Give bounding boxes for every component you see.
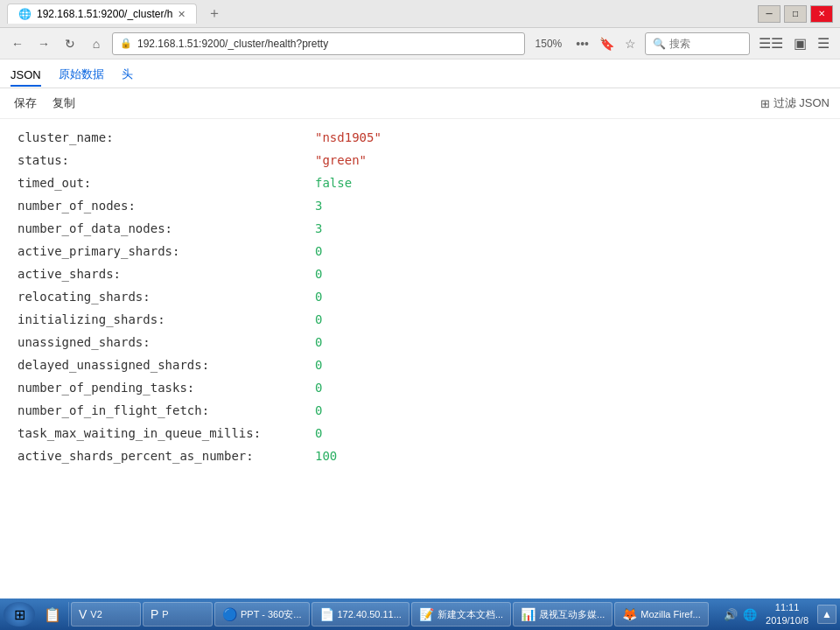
taskbar-item-icon: P xyxy=(150,607,158,621)
json-value: 0 xyxy=(315,331,322,354)
json-key: task_max_waiting_in_queue_millis: xyxy=(18,422,315,444)
search-box[interactable]: 🔍 xyxy=(645,32,750,55)
taskbar-item[interactable]: 🔵PPT - 360安... xyxy=(214,602,310,626)
taskbar-item[interactable]: PP xyxy=(143,602,213,626)
json-row: number_of_nodes:3 xyxy=(18,194,822,217)
json-row: relocating_shards:0 xyxy=(18,285,822,308)
taskbar-item[interactable]: 🦊Mozilla Firef... xyxy=(614,602,708,626)
json-value: 0 xyxy=(315,376,322,399)
taskbar-item-icon: 🔵 xyxy=(222,607,237,621)
tab-headers[interactable]: 头 xyxy=(122,63,133,88)
windows-icon: ⊞ xyxy=(14,606,25,623)
taskbar-item-label: V2 xyxy=(90,609,102,620)
sidebar-panel-button[interactable]: ▣ xyxy=(790,33,810,53)
search-input[interactable] xyxy=(669,38,739,50)
volume-icon[interactable]: 🔊 xyxy=(724,608,738,621)
filter-json-button[interactable]: ⊞ 过滤 JSON xyxy=(760,95,830,111)
taskbar: ⊞ 📋 VV2PP🔵PPT - 360安...📄172.40.50.11...📝… xyxy=(0,598,840,630)
json-key: active_primary_shards: xyxy=(18,240,315,262)
json-row: status:"green" xyxy=(18,149,822,172)
json-row: active_shards_percent_as_number:100 xyxy=(18,444,822,467)
tab-close-button[interactable]: ✕ xyxy=(178,9,186,20)
home-button[interactable]: ⌂ xyxy=(86,33,107,54)
json-row: initializing_shards:0 xyxy=(18,308,822,331)
browser-tab-active[interactable]: 🌐 192.168.1.51:9200/_cluster/h ✕ xyxy=(7,4,197,24)
address-input-box[interactable]: 🔒 192.168.1.51:9200/_cluster/health?pret… xyxy=(112,32,525,55)
more-button[interactable]: ••• xyxy=(572,35,592,52)
json-row: cluster_name:"nsd1905" xyxy=(18,126,822,149)
refresh-button[interactable]: ↻ xyxy=(60,33,80,54)
address-actions: ••• 🔖 ☆ xyxy=(572,35,640,52)
json-key: initializing_shards: xyxy=(18,308,315,331)
forward-button[interactable]: → xyxy=(33,33,54,54)
filter-label: 过滤 JSON xyxy=(774,95,830,111)
tab-json[interactable]: JSON xyxy=(10,65,41,87)
taskbar-item-icon: 📄 xyxy=(319,607,334,621)
action-bar: 保存 复制 ⊞ 过滤 JSON xyxy=(0,88,840,119)
json-value: 0 xyxy=(315,240,322,262)
json-value: "green" xyxy=(315,149,367,172)
json-row: active_shards:0 xyxy=(18,262,822,285)
json-row: active_primary_shards:0 xyxy=(18,240,822,262)
json-row: unassigned_shards:0 xyxy=(18,331,822,354)
sidebar-list-button[interactable]: ☰☰ xyxy=(755,33,787,53)
back-button[interactable]: ← xyxy=(7,33,28,54)
json-key: active_shards_percent_as_number: xyxy=(18,444,315,467)
window-controls: ─ □ ✕ xyxy=(758,5,833,23)
start-button[interactable]: ⊞ xyxy=(4,602,35,626)
json-key: status: xyxy=(18,149,315,172)
taskbar-clock[interactable]: 11:11 2019/10/8 xyxy=(762,601,812,628)
json-value: "nsd1905" xyxy=(315,126,382,149)
json-row: timed_out:false xyxy=(18,172,822,194)
tab-raw[interactable]: 原始数据 xyxy=(59,63,104,88)
json-row: number_of_in_flight_fetch:0 xyxy=(18,399,822,422)
json-value: 3 xyxy=(315,217,322,240)
bookmark-pocket-button[interactable]: 🔖 xyxy=(596,35,618,52)
json-value: 0 xyxy=(315,422,322,444)
json-content: cluster_name:"nsd1905"status:"green"time… xyxy=(0,119,840,474)
json-row: number_of_pending_tasks:0 xyxy=(18,376,822,399)
taskbar-item[interactable]: 📄172.40.50.11... xyxy=(312,602,410,626)
minimize-button[interactable]: ─ xyxy=(758,5,780,23)
save-button[interactable]: 保存 xyxy=(10,94,40,113)
maximize-button[interactable]: □ xyxy=(784,5,807,23)
json-value: false xyxy=(315,172,352,194)
taskbar-item-icon: 🦊 xyxy=(622,607,637,621)
filter-icon: ⊞ xyxy=(760,97,770,110)
action-bar-left: 保存 复制 xyxy=(10,94,79,113)
title-bar-left: 🌐 192.168.1.51:9200/_cluster/h ✕ ＋ xyxy=(7,3,227,24)
json-value: 0 xyxy=(315,354,322,376)
tab-title: 192.168.1.51:9200/_cluster/h xyxy=(37,8,172,20)
quick-launch: 📋 xyxy=(37,602,69,626)
clock-date: 2019/10/8 xyxy=(766,614,808,627)
json-value: 0 xyxy=(315,399,322,422)
taskbar-item-label: 172.40.50.11... xyxy=(338,609,402,620)
json-value: 0 xyxy=(315,308,322,331)
taskbar-item[interactable]: 📊晟视互动多媒... xyxy=(513,602,612,626)
json-row: delayed_unassigned_shards:0 xyxy=(18,354,822,376)
sidebar-icons: ☰☰ ▣ ☰ xyxy=(755,33,833,53)
bookmark-star-button[interactable]: ☆ xyxy=(621,35,640,52)
toolbar-tabs: JSON 原始数据 头 xyxy=(0,60,840,88)
taskbar-item[interactable]: VV2 xyxy=(71,602,141,626)
tab-favicon: 🌐 xyxy=(18,8,32,20)
quick-launch-button[interactable]: 📋 xyxy=(40,602,65,626)
zoom-level: 150% xyxy=(530,38,568,50)
taskbar-right: 🔊 🌐 11:11 2019/10/8 ▲ xyxy=(724,601,836,628)
taskbar-items: VV2PP🔵PPT - 360安...📄172.40.50.11...📝新建文本… xyxy=(71,602,722,626)
taskbar-item-icon: V xyxy=(79,607,87,621)
taskbar-item-label: P xyxy=(162,609,168,620)
json-key: timed_out: xyxy=(18,172,315,194)
network-icon[interactable]: 🌐 xyxy=(743,608,757,621)
json-key: cluster_name: xyxy=(18,126,315,149)
json-key: unassigned_shards: xyxy=(18,331,315,354)
notification-button[interactable]: ▲ xyxy=(817,605,836,624)
json-key: active_shards: xyxy=(18,262,315,285)
close-button[interactable]: ✕ xyxy=(810,5,833,23)
taskbar-item[interactable]: 📝新建文本文档... xyxy=(411,602,511,626)
taskbar-item-icon: 📝 xyxy=(419,607,434,621)
menu-button[interactable]: ☰ xyxy=(814,33,833,53)
json-key: number_of_nodes: xyxy=(18,194,315,217)
copy-button[interactable]: 复制 xyxy=(49,94,79,113)
new-tab-button[interactable]: ＋ xyxy=(202,3,227,24)
